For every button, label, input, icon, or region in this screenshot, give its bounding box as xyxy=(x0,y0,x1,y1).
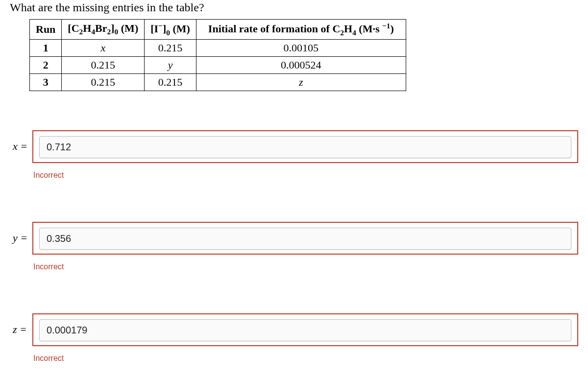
rate-cell: 0.00105 xyxy=(196,39,406,56)
i-cell: 0.215 xyxy=(145,73,196,91)
answer-input-z[interactable] xyxy=(39,319,571,341)
rate-cell: z xyxy=(196,73,406,91)
table-row: 1 x 0.215 0.00105 xyxy=(30,39,406,56)
col-iodide: [I−]0 (M) xyxy=(145,20,196,40)
table-row: 2 0.215 y 0.000524 xyxy=(30,56,406,73)
answer-row-y: y = xyxy=(10,222,578,255)
feedback-z: Incorrect xyxy=(33,354,578,363)
c-cell: 0.215 xyxy=(62,56,145,73)
i-cell: 0.215 xyxy=(145,39,196,56)
col-rate: Initial rate of formation of C2H4 (M·s −… xyxy=(196,20,406,40)
answer-label-y: y = xyxy=(10,232,32,244)
answer-row-x: x = xyxy=(10,130,578,163)
answer-box-x xyxy=(32,130,578,163)
answer-label-x: x = xyxy=(10,140,32,153)
i-cell: y xyxy=(145,56,196,73)
c-cell: 0.215 xyxy=(62,73,145,91)
feedback-y: Incorrect xyxy=(33,262,578,271)
answer-row-z: z = xyxy=(10,313,578,346)
answer-label-z: z = xyxy=(10,323,32,336)
question-text: What are the missing entries in the tabl… xyxy=(10,0,578,14)
data-table: Run [C2H4Br2]0 (M) [I−]0 (M) Initial rat… xyxy=(29,19,406,91)
run-cell: 2 xyxy=(30,56,62,73)
col-run: Run xyxy=(30,20,62,40)
table-header-row: Run [C2H4Br2]0 (M) [I−]0 (M) Initial rat… xyxy=(30,20,406,40)
answer-box-y xyxy=(32,222,578,255)
answer-input-y[interactable] xyxy=(39,228,571,250)
run-cell: 1 xyxy=(30,39,62,56)
answer-box-z xyxy=(32,313,578,346)
answer-input-x[interactable] xyxy=(39,136,571,158)
table-row: 3 0.215 0.215 z xyxy=(30,73,406,91)
run-cell: 3 xyxy=(30,73,62,91)
c-cell: x xyxy=(62,39,145,56)
rate-cell: 0.000524 xyxy=(196,56,406,73)
feedback-x: Incorrect xyxy=(33,171,578,180)
col-c2h4br2: [C2H4Br2]0 (M) xyxy=(62,20,145,40)
